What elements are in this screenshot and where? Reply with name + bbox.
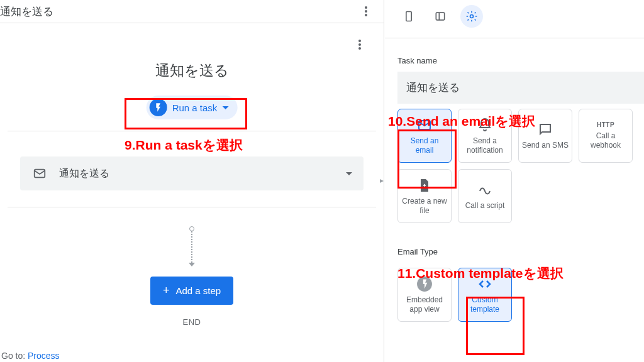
connector (8, 226, 376, 266)
page-title: 通知を送る (0, 4, 53, 19)
svg-rect-1 (406, 12, 411, 21)
goto-link: Go to: Process (1, 351, 60, 361)
chevron-down-icon (346, 172, 352, 175)
chat-icon (537, 121, 553, 138)
annotation-9: 9.Run a taskを選択 (125, 136, 243, 154)
tile-call-webhook[interactable]: HTTP Call a webhook (579, 109, 633, 163)
device-tablet-icon[interactable] (429, 5, 452, 28)
annotation-box-9 (125, 98, 247, 129)
add-step-label: Add a step (175, 285, 221, 296)
drag-handle-icon[interactable]: ▸ (380, 176, 384, 185)
gear-icon[interactable] (460, 5, 483, 28)
step-dropdown[interactable]: 通知を送る (20, 156, 364, 190)
email-type-label: Email Type (385, 223, 644, 263)
more-icon[interactable] (358, 4, 374, 19)
annotation-box-11 (466, 297, 525, 355)
annotation-11: 11.Custom templateを選択 (397, 265, 564, 282)
step-dropdown-label: 通知を送る (59, 167, 335, 180)
svg-rect-2 (436, 13, 444, 20)
task-name-label: Task name (385, 38, 644, 72)
end-label: END (8, 317, 376, 327)
process-title: 通知を送る (8, 61, 376, 80)
annotation-10: 10.Send an emailを選択 (388, 112, 535, 130)
panel-divider (384, 0, 384, 362)
device-phone-icon[interactable] (397, 5, 420, 28)
task-name-input[interactable]: 通知を送る (397, 72, 644, 104)
mail-icon (31, 165, 48, 182)
annotation-box-10 (397, 129, 457, 189)
svg-point-4 (470, 15, 474, 18)
card-more-icon[interactable] (352, 37, 367, 52)
tile-call-script[interactable]: Call a script (458, 169, 512, 223)
script-icon (477, 182, 493, 198)
http-icon: HTTP (597, 121, 614, 128)
add-step-button[interactable]: + Add a step (150, 277, 233, 305)
plus-icon: + (163, 284, 170, 297)
process-link[interactable]: Process (28, 351, 60, 361)
